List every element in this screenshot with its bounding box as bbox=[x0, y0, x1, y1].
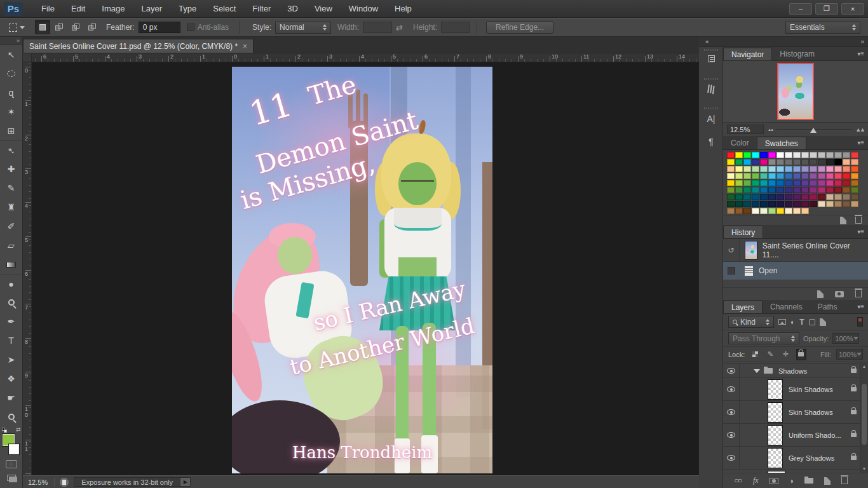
history-brush-tool[interactable]: ✐ bbox=[0, 217, 22, 236]
color-swatch[interactable] bbox=[768, 173, 776, 179]
color-swatch[interactable] bbox=[735, 159, 743, 165]
color-swatch[interactable] bbox=[818, 187, 825, 193]
canvas-viewport[interactable]: 11 The Demon Saint is Missing, so I Ran … bbox=[32, 62, 699, 475]
link-layers-icon[interactable] bbox=[735, 479, 742, 482]
color-swatch[interactable] bbox=[851, 173, 858, 179]
color-swatch[interactable] bbox=[818, 173, 825, 179]
menu-window[interactable]: Window bbox=[341, 0, 386, 17]
close-button[interactable]: × bbox=[841, 3, 864, 15]
tab-histogram[interactable]: Histogram bbox=[772, 48, 822, 60]
color-swatch[interactable] bbox=[785, 152, 792, 158]
color-swatch[interactable] bbox=[752, 194, 759, 200]
color-swatch[interactable] bbox=[851, 194, 858, 200]
restore-button[interactable]: ❐ bbox=[815, 3, 838, 15]
visibility-toggle[interactable] bbox=[723, 401, 740, 423]
color-swatch[interactable] bbox=[760, 152, 768, 158]
width-input[interactable] bbox=[363, 22, 392, 33]
color-swatch[interactable] bbox=[834, 201, 842, 207]
collapse-dock-icon[interactable]: « bbox=[705, 38, 709, 45]
blend-mode-dropdown[interactable]: Pass Through bbox=[728, 332, 799, 344]
color-swatch[interactable] bbox=[776, 166, 784, 172]
color-swatch[interactable] bbox=[743, 187, 751, 193]
color-swatch[interactable] bbox=[727, 194, 735, 200]
color-swatch[interactable] bbox=[735, 166, 743, 172]
color-swatch[interactable] bbox=[826, 194, 834, 200]
fill-input[interactable]: 100% bbox=[836, 349, 863, 360]
color-swatch[interactable] bbox=[735, 173, 743, 179]
color-swatch[interactable] bbox=[785, 159, 792, 165]
marquee-tool[interactable] bbox=[0, 64, 22, 83]
panel-menu-icon[interactable]: ▾≡ bbox=[857, 50, 864, 57]
color-swatch[interactable] bbox=[826, 173, 834, 179]
color-swatch[interactable] bbox=[826, 187, 834, 193]
color-swatch[interactable] bbox=[801, 208, 809, 214]
panel-menu-icon[interactable]: ▾≡ bbox=[857, 303, 864, 310]
default-colors-icon[interactable] bbox=[2, 428, 8, 433]
color-swatch[interactable] bbox=[727, 201, 735, 207]
color-swatch[interactable] bbox=[810, 159, 817, 165]
filter-type-layers-icon[interactable]: T bbox=[799, 318, 804, 327]
color-swatch[interactable] bbox=[801, 187, 809, 193]
color-swatch[interactable] bbox=[776, 187, 784, 193]
color-swatch[interactable] bbox=[760, 187, 768, 193]
color-swatch[interactable] bbox=[752, 187, 759, 193]
color-swatch[interactable] bbox=[785, 166, 792, 172]
color-swatch[interactable] bbox=[743, 180, 751, 186]
new-group-icon[interactable] bbox=[804, 478, 813, 484]
color-swatch[interactable] bbox=[727, 208, 735, 214]
color-swatch[interactable] bbox=[785, 208, 792, 214]
tab-swatches[interactable]: Swatches bbox=[757, 137, 806, 149]
color-swatch[interactable] bbox=[834, 152, 842, 158]
color-swatch[interactable] bbox=[735, 152, 743, 158]
color-swatch[interactable] bbox=[818, 152, 825, 158]
color-swatch[interactable] bbox=[843, 159, 850, 165]
color-swatch[interactable] bbox=[752, 208, 759, 214]
color-swatch[interactable] bbox=[785, 201, 792, 207]
lock-pixels-button[interactable]: ✎ bbox=[765, 349, 775, 360]
type-tool[interactable]: T bbox=[0, 331, 22, 350]
delete-layer-icon[interactable] bbox=[841, 477, 848, 484]
color-swatch[interactable] bbox=[834, 166, 842, 172]
color-swatch[interactable] bbox=[843, 194, 850, 200]
feather-input[interactable]: 0 px bbox=[139, 22, 180, 33]
color-swatch[interactable] bbox=[851, 180, 858, 186]
vertical-ruler[interactable]: 0123456789101112 bbox=[23, 62, 32, 475]
color-swatch[interactable] bbox=[760, 194, 768, 200]
color-swatch[interactable] bbox=[735, 180, 743, 186]
color-swatch[interactable] bbox=[818, 166, 825, 172]
tool-preset-picker[interactable] bbox=[6, 22, 27, 33]
swap-colors-icon[interactable]: ⇄ bbox=[16, 426, 21, 433]
navigator-proxy-view[interactable] bbox=[777, 63, 814, 120]
eraser-tool[interactable]: ▱ bbox=[0, 236, 22, 255]
tab-channels[interactable]: Channels bbox=[763, 301, 810, 313]
new-layer-icon[interactable] bbox=[824, 477, 831, 485]
color-swatch[interactable] bbox=[843, 201, 850, 207]
color-swatch[interactable] bbox=[810, 201, 817, 207]
layer-row[interactable]: Shadows bbox=[723, 364, 868, 378]
color-swatch[interactable] bbox=[851, 152, 858, 158]
color-swatch[interactable] bbox=[760, 159, 768, 165]
color-swatch[interactable] bbox=[760, 166, 768, 172]
color-swatch[interactable] bbox=[810, 166, 817, 172]
new-adjustment-layer-icon[interactable]: ◑ bbox=[789, 477, 794, 485]
color-swatch[interactable] bbox=[843, 152, 850, 158]
color-swatch[interactable] bbox=[743, 159, 751, 165]
color-swatch[interactable] bbox=[727, 166, 735, 172]
clone-stamp-tool[interactable]: ♜ bbox=[0, 198, 22, 217]
color-swatch[interactable] bbox=[834, 173, 842, 179]
color-swatch[interactable] bbox=[752, 152, 759, 158]
workspace-dropdown[interactable]: Essentials bbox=[785, 22, 860, 34]
swap-dimensions-icon[interactable]: ⇄ bbox=[396, 23, 403, 32]
lock-all-button[interactable] bbox=[796, 349, 806, 360]
color-swatch[interactable] bbox=[776, 208, 784, 214]
layer-name[interactable]: Shadows bbox=[778, 367, 851, 375]
color-swatch[interactable] bbox=[768, 208, 776, 214]
visibility-toggle[interactable] bbox=[723, 378, 740, 400]
color-swatch[interactable] bbox=[801, 166, 809, 172]
navigator-zoom-value[interactable]: 12.5% bbox=[727, 125, 764, 134]
panel-character-button[interactable]: A| bbox=[699, 105, 723, 135]
healing-brush-tool[interactable]: ✚ bbox=[0, 159, 22, 179]
snapshot-thumbnail[interactable] bbox=[745, 241, 757, 260]
delete-state-icon[interactable] bbox=[855, 290, 862, 297]
color-swatch[interactable] bbox=[843, 180, 850, 186]
